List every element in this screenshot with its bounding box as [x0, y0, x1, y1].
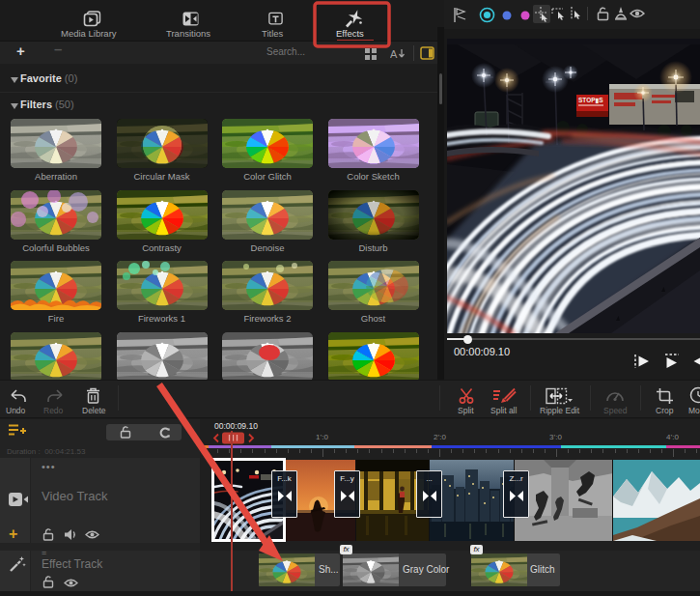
svg-text:A: A — [390, 48, 398, 60]
svg-text:STOP▮S: STOP▮S — [578, 97, 603, 104]
